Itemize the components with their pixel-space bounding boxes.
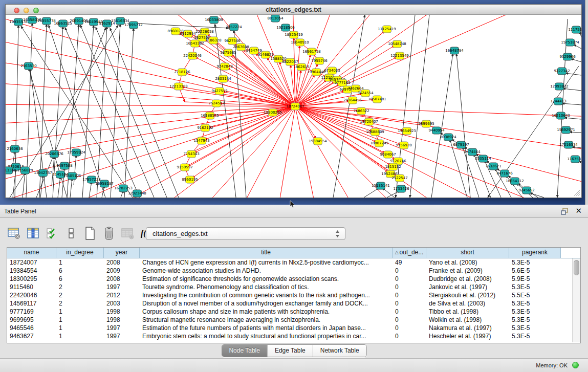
edge[interactable] [89, 182, 92, 198]
edge[interactable] [110, 28, 179, 198]
graph-node[interactable]: 20364456 [343, 97, 362, 104]
edge[interactable] [410, 15, 429, 198]
table-cell[interactable]: Yano et al. (2008) [426, 258, 509, 267]
column-header-short[interactable]: short [426, 248, 509, 258]
table-cell[interactable]: 0 [393, 324, 426, 332]
table-cell[interactable]: Embryonic stem cells: a model to study s… [140, 332, 393, 340]
table-cell[interactable]: Franke et al. (2009) [426, 267, 509, 275]
table-cell[interactable]: 9699695 [7, 316, 56, 324]
graph-node[interactable]: 19218506 [276, 24, 295, 31]
edge[interactable] [564, 118, 581, 119]
table-row[interactable]: 969969511998Structural magnetic resonanc… [7, 316, 580, 324]
graph-node[interactable]: 9397588 [56, 162, 72, 169]
table-row[interactable]: 1872400712008Changes of HCN gene express… [7, 258, 580, 267]
table-cell[interactable]: 19384554 [7, 267, 56, 275]
table-cell[interactable]: de Silva et al. (2003) [426, 299, 509, 308]
graph-node[interactable]: 17095712 [124, 21, 143, 29]
edge[interactable] [570, 132, 581, 133]
table-cell[interactable]: Jankovic et al. (1997) [426, 283, 509, 291]
table-cell[interactable]: 6 [56, 267, 104, 275]
column-header-title[interactable]: title [140, 248, 393, 258]
graph-node[interactable]: 1862615 [293, 63, 309, 71]
table-cell[interactable]: 49 [393, 258, 426, 267]
graph-node[interactable]: 2935114 [475, 155, 491, 162]
table-row[interactable]: 1456911722003Disruption of a novel membe… [7, 299, 580, 308]
table-cell[interactable]: 0 [393, 291, 426, 299]
table-cell[interactable]: Corpus callosum shape and size in male p… [140, 308, 393, 316]
table-cell[interactable]: 0 [393, 283, 426, 291]
edge[interactable] [65, 28, 140, 198]
edge[interactable] [295, 46, 300, 106]
table-cell[interactable]: 0 [393, 308, 426, 316]
graph-node[interactable]: 18325419 [285, 31, 303, 38]
table-cell[interactable]: 9777169 [7, 308, 56, 316]
graph-node[interactable]: 15135141 [372, 182, 390, 189]
graph-node[interactable]: 12923448 [128, 190, 146, 197]
edge[interactable] [198, 45, 295, 106]
rows-icon[interactable] [64, 226, 78, 240]
graph-node[interactable]: 9440954 [428, 127, 445, 134]
graph-node[interactable]: 8960195 [182, 176, 198, 183]
column-header-in_degree[interactable]: in_degree [56, 248, 104, 258]
table-cell[interactable]: 2008 [104, 258, 140, 267]
table-cell[interactable]: 5.3E-5 [509, 332, 561, 340]
graph-node[interactable]: 9084067 [380, 151, 396, 158]
graph-node[interactable]: 13942757 [34, 169, 52, 177]
edge[interactable] [208, 106, 295, 127]
table-cell[interactable]: 0 [393, 332, 426, 340]
table-cell[interactable]: 9465546 [7, 324, 56, 332]
table-cell[interactable]: 9463627 [7, 332, 56, 340]
table-row[interactable]: 1830029562008Estimation of significance … [7, 275, 580, 283]
column-header-out_de[interactable]: △out_de... [393, 248, 426, 258]
table-cell[interactable]: 0 [393, 316, 426, 324]
vertical-scrollbar[interactable] [572, 258, 580, 342]
edge[interactable] [563, 89, 581, 91]
table-row[interactable]: 977716911998Corpus callosum shape and si… [7, 308, 580, 316]
graph-node[interactable]: 6879197 [453, 141, 469, 148]
resize-grip-icon[interactable] [572, 189, 580, 196]
graph-node[interactable]: 9756928 [396, 142, 411, 149]
graph-node[interactable]: 15692971 [557, 126, 575, 134]
graph-node[interactable]: 13505125 [63, 172, 81, 180]
scrollbar-thumb[interactable] [574, 260, 579, 275]
edge[interactable] [295, 106, 581, 189]
edge[interactable] [13, 169, 16, 198]
graph-node[interactable]: 3624554 [357, 90, 374, 97]
table-cell[interactable]: Investigating the contribution of common… [140, 291, 393, 299]
graph-node[interactable]: 19384554 [309, 138, 327, 145]
table-cell[interactable]: 2008 [104, 275, 140, 283]
table-cell[interactable]: 2003 [104, 299, 140, 308]
graph-node[interactable]: 9899695 [418, 120, 434, 127]
table-cell[interactable]: 1 [56, 308, 104, 316]
graph-node[interactable]: 1167533 [567, 156, 581, 163]
edge[interactable] [456, 54, 470, 198]
row-select-icon[interactable] [45, 226, 59, 240]
table-cell[interactable]: 5.5E-5 [509, 291, 561, 299]
column-header-name[interactable]: name [7, 248, 56, 258]
graph-node[interactable]: 10688609 [366, 128, 384, 136]
table-cell[interactable]: 1997 [104, 324, 140, 332]
table-cell[interactable]: 22420046 [7, 291, 56, 299]
table-row[interactable]: 946362711997Embryonic stem cells: a mode… [7, 332, 580, 340]
graph-node[interactable]: 20355778 [37, 17, 56, 25]
table-cell[interactable]: 1 [56, 324, 104, 332]
graph-node[interactable]: 8813054 [267, 15, 284, 22]
table-cell[interactable]: Tourette syndrome. Phenomenology and cla… [140, 283, 393, 291]
graph-node[interactable]: 10548748 [388, 40, 406, 48]
table-cell[interactable]: Stergiakouli et al. (2012) [426, 291, 509, 299]
graph-node[interactable]: 22420046 [183, 52, 202, 59]
table-cell[interactable]: 1 [56, 332, 104, 340]
table-cell[interactable]: 18300295 [7, 275, 56, 283]
graph-node[interactable]: 16958187 [95, 180, 114, 187]
float-panel-icon[interactable] [561, 208, 569, 215]
edge[interactable] [571, 59, 581, 62]
table-cell[interactable]: 5.6E-5 [509, 267, 561, 275]
column-header-pagerank[interactable]: pagerank [509, 248, 561, 258]
edge[interactable] [295, 15, 517, 106]
table-cell[interactable]: 1997 [104, 332, 140, 340]
table-cell[interactable]: Changes of HCN gene expression and I(f) … [140, 258, 393, 267]
table-cell[interactable]: 1 [56, 316, 104, 324]
graph-node[interactable]: 7632621 [485, 163, 501, 170]
graph-node[interactable]: 2803144 [215, 75, 231, 82]
graph-node[interactable]: 16188545 [201, 112, 219, 119]
